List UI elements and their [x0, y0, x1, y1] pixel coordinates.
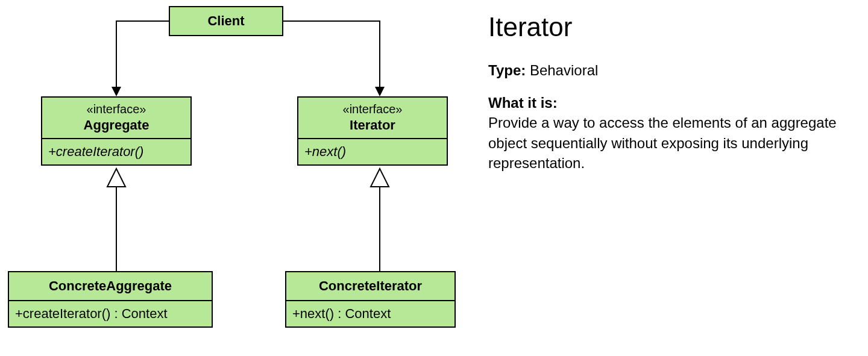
arrow-client-to-iterator [283, 21, 385, 96]
aggregate-stereotype: «interface» [42, 98, 190, 116]
class-client: Client [169, 6, 283, 36]
class-concrete-iterator: ConcreteIterator +next() : Context [285, 271, 456, 328]
pattern-title: Iterator [488, 12, 862, 42]
class-concrete-aggregate: ConcreteAggregate +createIterator() : Co… [8, 271, 213, 328]
class-client-name: Client [170, 7, 282, 35]
svg-marker-1 [375, 87, 385, 96]
what-label: What it is: [488, 95, 558, 111]
aggregate-method: +createIterator() [42, 138, 190, 164]
concrete-iterator-method: +next() : Context [286, 300, 454, 326]
arrow-concrete-aggregate-to-aggregate [107, 169, 125, 271]
interface-iterator: «interface» Iterator +next() [297, 96, 448, 166]
type-label: Type: [488, 62, 526, 78]
svg-marker-0 [112, 87, 121, 96]
iterator-name: Iterator [298, 116, 447, 138]
pattern-type: Type: Behavioral [488, 60, 862, 81]
info-panel: Iterator Type: Behavioral What it is: Pr… [488, 12, 862, 186]
interface-aggregate: «interface» Aggregate +createIterator() [41, 96, 192, 166]
svg-marker-3 [107, 169, 125, 187]
uml-diagram: Client «interface» Aggregate +createIter… [0, 0, 482, 356]
arrow-concrete-iterator-to-iterator [371, 169, 389, 271]
concrete-iterator-name: ConcreteIterator [286, 272, 454, 300]
concrete-aggregate-method: +createIterator() : Context [9, 300, 212, 326]
pattern-description: What it is: Provide a way to access the … [488, 93, 862, 173]
arrow-client-to-aggregate [112, 21, 169, 96]
type-value: Behavioral [526, 62, 598, 78]
svg-marker-5 [371, 169, 389, 187]
concrete-aggregate-name: ConcreteAggregate [9, 272, 212, 300]
iterator-stereotype: «interface» [298, 98, 447, 116]
aggregate-name: Aggregate [42, 116, 190, 138]
iterator-method: +next() [298, 138, 447, 164]
what-text: Provide a way to access the elements of … [488, 114, 837, 171]
